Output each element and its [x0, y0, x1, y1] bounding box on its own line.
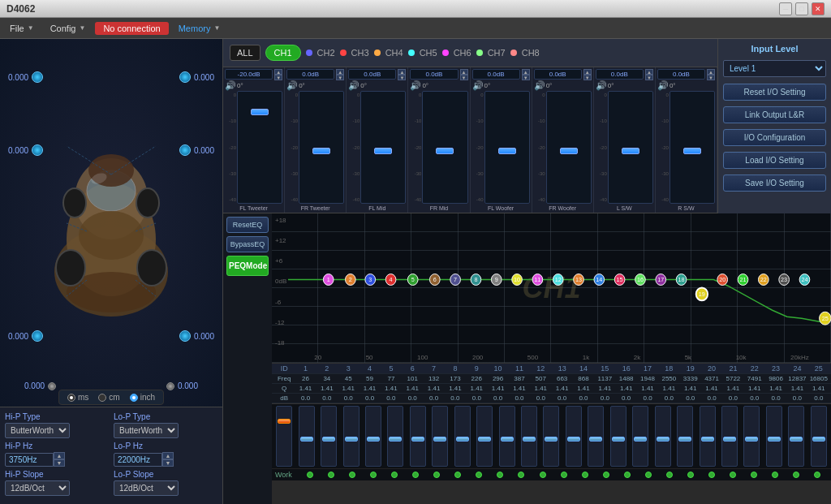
peq-cell-freq-3[interactable]: 45 [338, 375, 359, 382]
fader-handle-4[interactable] [436, 148, 454, 154]
ch8-label[interactable]: CH8 [522, 48, 540, 58]
peq-cell-freq-4[interactable]: 59 [359, 375, 380, 382]
peq-fader-handle-20[interactable] [701, 437, 714, 442]
memory-menu[interactable]: Memory ▼ [172, 22, 227, 35]
peq-cell-db-18[interactable]: 0.0 [658, 394, 679, 402]
load-io-button[interactable]: Load I/O Setting [723, 152, 826, 169]
peq-fader-track-4[interactable] [343, 406, 360, 467]
peq-cell-db-21[interactable]: 0.0 [722, 394, 743, 402]
fader-db-val-3[interactable]: 0.0dB [348, 69, 396, 80]
peq-cell-db-19[interactable]: 0.0 [680, 394, 701, 402]
peq-cell-freq-6[interactable]: 101 [402, 375, 423, 382]
config-menu[interactable]: Config ▼ [44, 22, 93, 35]
fader-db-up-2[interactable]: ▲ [336, 69, 344, 75]
link-output-button[interactable]: Link Output L&R [723, 106, 826, 123]
sub-right-speaker-dot[interactable] [166, 382, 174, 390]
peq-cell-freq-15[interactable]: 1137 [594, 375, 615, 382]
peq-cell-freq-18[interactable]: 2550 [658, 375, 679, 382]
peq-fader-handle-10[interactable] [478, 437, 491, 442]
fader-track-7[interactable] [608, 91, 653, 204]
fader-speaker-icon-7[interactable]: 🔊 [596, 80, 607, 91]
peq-cell-db-2[interactable]: 0.0 [316, 394, 338, 402]
hi-p-type-select[interactable]: ButterWorth [5, 423, 70, 438]
peq-cell-q-20[interactable]: 1.41 [701, 385, 722, 392]
peq-cell-freq-12[interactable]: 507 [530, 375, 551, 382]
peq-fader-handle-4[interactable] [345, 437, 358, 442]
peq-cell-q-17[interactable]: 1.41 [637, 385, 658, 392]
peq-fader-track-21[interactable] [721, 406, 738, 467]
peq-cell-freq-25[interactable]: 16805 [808, 375, 829, 382]
peq-fader-handle-13[interactable] [545, 437, 558, 442]
peq-cell-q-14[interactable]: 1.41 [573, 385, 594, 392]
peq-cell-q-10[interactable]: 1.41 [487, 385, 508, 392]
peq-cell-q-8[interactable]: 1.41 [445, 385, 466, 392]
io-config-button[interactable]: I/O Configuration [723, 129, 826, 146]
peq-cell-q-21[interactable]: 1.41 [722, 385, 743, 392]
fader-db-val-7[interactable]: 0.0dB [596, 69, 644, 80]
peq-cell-freq-13[interactable]: 663 [551, 375, 572, 382]
fader-db-val-4[interactable]: 0.0dB [410, 69, 458, 80]
peq-cell-q-11[interactable]: 1.41 [509, 385, 530, 392]
fader-db-up-1[interactable]: ▲ [274, 69, 282, 75]
ch1-btn[interactable]: CH1 [265, 45, 301, 61]
peq-cell-q-9[interactable]: 1.41 [466, 385, 487, 392]
sub-left-speaker-dot[interactable] [48, 382, 56, 390]
peq-fader-handle-16[interactable] [612, 437, 625, 442]
peq-fader-handle-5[interactable] [367, 437, 380, 442]
peq-cell-q-15[interactable]: 1.41 [594, 385, 615, 392]
peq-fader-track-14[interactable] [566, 406, 582, 467]
peq-cell-freq-8[interactable]: 173 [445, 375, 466, 382]
peq-cell-db-15[interactable]: 0.0 [594, 394, 615, 402]
peq-cell-freq-2[interactable]: 34 [316, 375, 338, 382]
fader-db-val-6[interactable]: 0.0dB [534, 69, 582, 80]
peq-fader-track-23[interactable] [766, 406, 782, 467]
peq-cell-freq-5[interactable]: 77 [381, 375, 402, 382]
peq-cell-db-20[interactable]: 0.0 [701, 394, 722, 402]
peq-fader-track-25[interactable] [811, 406, 827, 467]
peq-fader-handle-14[interactable] [567, 437, 580, 442]
fader-db-down-1[interactable]: ▼ [274, 75, 282, 80]
peq-cell-q-16[interactable]: 1.41 [616, 385, 637, 392]
peq-cell-q-23[interactable]: 1.41 [765, 385, 786, 392]
fader-handle-2[interactable] [312, 148, 330, 154]
ch6-label[interactable]: CH6 [454, 48, 471, 58]
peq-fader-track-13[interactable] [543, 406, 559, 467]
peq-cell-db-10[interactable]: 0.0 [487, 394, 508, 402]
peq-fader-handle-15[interactable] [589, 437, 602, 442]
fader-db-down-8[interactable]: ▼ [707, 75, 715, 80]
fader-db-val-8[interactable]: 0.0dB [657, 69, 705, 80]
fader-track-1[interactable] [237, 91, 282, 204]
fader-track-8[interactable] [670, 91, 715, 204]
peq-fader-track-2[interactable] [299, 406, 315, 467]
peq-cell-q-18[interactable]: 1.41 [658, 385, 679, 392]
fader-track-4[interactable] [422, 91, 467, 204]
peq-fader-track-9[interactable] [454, 406, 471, 467]
fader-db-up-8[interactable]: ▲ [707, 69, 715, 75]
peq-fader-handle-12[interactable] [523, 437, 536, 442]
peq-fader-handle-25[interactable] [812, 437, 825, 442]
peq-cell-q-19[interactable]: 1.41 [680, 385, 701, 392]
top-left-speaker-dot[interactable] [32, 71, 43, 83]
fader-db-down-5[interactable]: ▼ [522, 75, 530, 80]
fader-speaker-icon-8[interactable]: 🔊 [657, 80, 669, 91]
lo-p-hz-input[interactable] [114, 453, 162, 467]
peq-cell-db-9[interactable]: 0.0 [466, 394, 487, 402]
hi-p-hz-input[interactable] [5, 453, 54, 467]
peq-fader-handle-11[interactable] [501, 437, 514, 442]
peq-cell-freq-19[interactable]: 3339 [680, 375, 701, 382]
inch-radio[interactable]: inch [130, 393, 155, 402]
peq-cell-db-1[interactable]: 0.0 [295, 394, 316, 402]
peq-dots-svg[interactable]: 1 2 3 4 5 6 7 8 [288, 213, 831, 347]
fader-db-up-3[interactable]: ▲ [398, 69, 406, 75]
fader-speaker-icon-6[interactable]: 🔊 [534, 80, 545, 91]
peq-cell-q-22[interactable]: 1.41 [744, 385, 765, 392]
peq-cell-db-8[interactable]: 0.0 [445, 394, 466, 402]
ms-radio[interactable]: ms [67, 393, 88, 402]
peq-cell-q-5[interactable]: 1.41 [381, 385, 402, 392]
close-button[interactable]: ✕ [812, 2, 825, 15]
cm-radio[interactable]: cm [98, 393, 119, 402]
fader-speaker-icon-2[interactable]: 🔊 [286, 80, 298, 91]
fader-handle-7[interactable] [622, 148, 639, 154]
fader-speaker-icon-3[interactable]: 🔊 [348, 80, 360, 91]
peq-fader-handle-3[interactable] [322, 437, 335, 442]
